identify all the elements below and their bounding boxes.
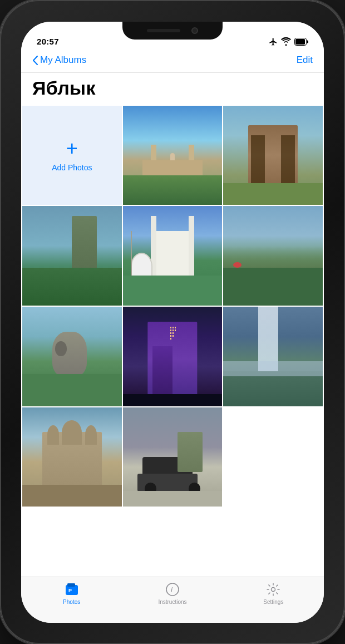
album-title: Яблык	[21, 73, 324, 106]
wifi-icon	[281, 37, 291, 46]
photo-grid: + Add Photos	[21, 106, 324, 508]
svg-rect-4	[67, 583, 75, 587]
tab-instructions[interactable]: i Instructions	[122, 582, 223, 605]
tab-photos[interactable]: P Photos	[21, 582, 122, 605]
photo-cell-3[interactable]	[22, 206, 122, 306]
add-icon: +	[66, 139, 78, 159]
add-photos-label: Add Photos	[52, 163, 92, 172]
battery-icon	[294, 38, 308, 46]
svg-rect-1	[295, 39, 305, 45]
content-area: Яблык + Add Photos	[21, 73, 324, 577]
back-label: My Albums	[40, 55, 86, 66]
tab-settings[interactable]: Settings	[223, 582, 324, 605]
back-button[interactable]: My Albums	[32, 55, 86, 66]
photo-cell-2[interactable]	[223, 106, 323, 205]
notch-speaker	[147, 29, 180, 32]
tab-settings-label: Settings	[263, 599, 283, 605]
photo-cell-10[interactable]	[123, 407, 223, 507]
photo-cell-6[interactable]	[22, 307, 122, 406]
notch	[122, 22, 223, 40]
svg-point-8	[272, 587, 275, 591]
svg-text:i: i	[171, 586, 173, 594]
settings-tab-icon	[265, 582, 281, 597]
back-chevron-icon	[32, 56, 38, 65]
photo-cell-8[interactable]	[223, 307, 323, 406]
status-icons	[269, 37, 308, 46]
add-photos-cell[interactable]: + Add Photos	[22, 106, 122, 205]
photo-cell-9[interactable]	[22, 407, 122, 507]
photo-cell-5[interactable]	[223, 206, 323, 306]
phone-screen: 20:57	[21, 22, 324, 623]
photos-tab-icon: P	[64, 582, 80, 597]
tab-photos-label: Photos	[63, 599, 80, 605]
photo-cell-7[interactable]	[123, 307, 223, 406]
notch-camera	[191, 27, 198, 34]
status-time: 20:57	[37, 37, 59, 46]
edit-button[interactable]: Edit	[297, 55, 313, 66]
airplane-icon	[269, 37, 278, 46]
tab-bar: P Photos i Instructions	[21, 577, 324, 623]
photo-cell-4[interactable]	[123, 206, 223, 306]
svg-text:P: P	[68, 588, 72, 593]
nav-bar: My Albums Edit	[21, 48, 324, 73]
phone-frame: 20:57	[0, 0, 345, 644]
svg-point-6	[166, 583, 179, 596]
photo-cell-1[interactable]	[123, 106, 223, 205]
instructions-tab-icon: i	[165, 582, 180, 597]
tab-instructions-label: Instructions	[158, 599, 186, 605]
